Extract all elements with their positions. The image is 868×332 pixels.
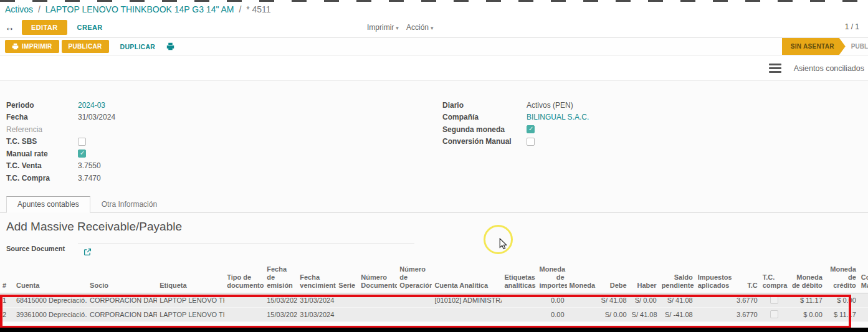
- breadcrumb-app-link[interactable]: Activos: [5, 4, 33, 14]
- col-header-serie[interactable]: Serie: [336, 265, 358, 293]
- swap-arrows-icon[interactable]: ↔: [5, 22, 14, 32]
- col-header-numero-documento[interactable]: Número Documento: [358, 265, 397, 293]
- cell-serie[interactable]: [336, 308, 358, 322]
- breadcrumb-entry: * 4511: [246, 4, 270, 14]
- col-header-debe[interactable]: Debe: [597, 265, 629, 293]
- col-header-fecha-emision[interactable]: Fecha de emisión: [264, 265, 297, 293]
- col-header-moneda-debito[interactable]: Moneda de débito: [789, 265, 825, 293]
- cell-serie[interactable]: [336, 293, 358, 308]
- col-header-moneda[interactable]: Moneda: [567, 265, 597, 293]
- cell-moneda-importes[interactable]: 0.00: [537, 308, 567, 322]
- compania-value-link[interactable]: BILINGUAL S.A.C.: [527, 113, 589, 121]
- cell-numero-documento[interactable]: [358, 308, 397, 322]
- manual-rate-checkbox[interactable]: [78, 149, 86, 158]
- action-dropdown[interactable]: Acción▾: [406, 23, 434, 32]
- tc-compra-row-checkbox[interactable]: [770, 310, 778, 318]
- table-row[interactable]: 1 68415000 Depreciació… CORPORACION DARU…: [0, 293, 868, 308]
- col-header-fecha-vencimiento[interactable]: Fecha vencimiento: [297, 265, 336, 293]
- cell-moneda[interactable]: [567, 293, 597, 308]
- cell-impuestos-aplicados[interactable]: [695, 293, 732, 308]
- external-link-icon[interactable]: [83, 248, 92, 256]
- cell-cuenta-analitica[interactable]: [432, 308, 502, 322]
- print-dropdown[interactable]: Imprimir▾: [367, 23, 399, 32]
- cell-moneda-debito[interactable]: $ 0.00: [789, 308, 825, 322]
- cell-impuestos-aplicados[interactable]: [695, 308, 732, 322]
- col-header-tc-compra[interactable]: T.C. compra: [760, 265, 789, 293]
- reconciled-entries-link[interactable]: Asientos conciliados: [794, 64, 864, 73]
- col-header-impuestos-aplicados[interactable]: Impuestos aplicados: [695, 265, 732, 293]
- cell-moneda-debito[interactable]: $ 11.17: [789, 293, 825, 308]
- col-header-num[interactable]: #: [0, 265, 14, 293]
- edit-button[interactable]: EDITAR: [22, 20, 67, 35]
- print-button[interactable]: IMPRIMIR: [5, 40, 59, 53]
- col-header-cuenta[interactable]: Cuenta: [14, 265, 87, 293]
- menu-icon[interactable]: [769, 64, 781, 73]
- cell-fecha-emision[interactable]: 15/03/2024: [264, 308, 297, 322]
- cell-etiquetas-analiticas[interactable]: [502, 293, 537, 308]
- cell-fecha-vencimiento[interactable]: 31/03/2024: [297, 293, 336, 308]
- cell-socio[interactable]: CORPORACION DARU…: [87, 293, 157, 308]
- col-header-saldo-pendiente[interactable]: Saldo pendiente: [659, 265, 695, 293]
- cell-etiqueta[interactable]: LAPTOP LENOVO THIN…: [157, 293, 224, 308]
- field-diario: Diario Activos (PEN): [442, 99, 754, 111]
- duplicate-button[interactable]: DUPLICAR: [120, 43, 156, 50]
- cell-tc[interactable]: 3.6770: [732, 308, 760, 322]
- col-header-etiqueta[interactable]: Etiqueta: [157, 265, 224, 293]
- cell-cuenta[interactable]: 68415000 Depreciació…: [14, 293, 87, 308]
- tab-apuntes-contables[interactable]: Apuntes contables: [6, 196, 90, 213]
- cell-saldo-pendiente[interactable]: S/ -41.08: [659, 308, 695, 322]
- col-header-tipo-documento[interactable]: Tipo de documento: [224, 265, 264, 293]
- cell-moneda-credito[interactable]: $ 11.17: [825, 308, 859, 322]
- cell-tipo-documento[interactable]: [224, 308, 264, 322]
- record-pager[interactable]: 1 / 1: [845, 22, 859, 31]
- cell-cuenta-analitica[interactable]: [010102] ADMINISTRA…: [432, 293, 502, 308]
- table-row[interactable]: 2 39361000 Depreciació… CORPORACION DARU…: [0, 308, 868, 322]
- periodo-value-link[interactable]: 2024-03: [78, 101, 105, 110]
- field-label: T.C. Venta: [6, 161, 78, 170]
- create-button[interactable]: CREAR: [77, 24, 103, 31]
- tc-compra-row-checkbox[interactable]: [770, 296, 778, 304]
- cell-tc-compra: [760, 293, 789, 308]
- cell-debe[interactable]: S/ 0.00: [597, 308, 629, 322]
- col-header-moneda-credito[interactable]: Moneda de crédito: [825, 265, 859, 293]
- conversion-manual-checkbox[interactable]: [527, 138, 535, 146]
- cell-cuenta[interactable]: 39361000 Depreciació…: [14, 308, 87, 322]
- cell-numero-operacion[interactable]: [397, 293, 432, 308]
- breadcrumb: Activos / LAPTOP LENOVO THINKBOOK 14P G3…: [5, 4, 271, 14]
- cell-fecha-vencimiento[interactable]: 31/03/2024: [297, 308, 336, 322]
- col-header-tc[interactable]: T.C: [732, 265, 760, 293]
- cell-moneda-importes[interactable]: 0.00: [537, 293, 567, 308]
- cell-moneda[interactable]: [567, 308, 597, 322]
- col-header-etiquetas-analiticas[interactable]: Etiquetas analíticas: [502, 265, 537, 293]
- printer-icon[interactable]: [166, 42, 174, 50]
- col-header-numero-operacion[interactable]: Número de Operación: [397, 265, 432, 293]
- col-header-socio[interactable]: Socio: [87, 265, 157, 293]
- cell-tipo-documento[interactable]: [224, 293, 264, 308]
- col-header-cuenta-analitica[interactable]: Cuenta Analítica: [432, 265, 502, 293]
- cell-numero-documento[interactable]: [358, 293, 397, 308]
- breadcrumb-record-link[interactable]: LAPTOP LENOVO THINKBOOK 14P G3 14" AM: [45, 4, 234, 14]
- cell-haber[interactable]: S/ 41.08: [629, 308, 659, 322]
- cell-etiquetas-analiticas[interactable]: [502, 308, 537, 322]
- segunda-moneda-checkbox[interactable]: [527, 125, 535, 133]
- chevron-down-icon: ▾: [431, 25, 434, 31]
- cell-debe[interactable]: S/ 41.08: [597, 293, 629, 308]
- col-header-moneda-importes[interactable]: Moneda de importes: [537, 265, 567, 293]
- publish-button[interactable]: PUBLICAR: [62, 40, 109, 53]
- col-header-conversion-manual[interactable]: Conversión Manual: [859, 265, 868, 293]
- status-badge-current[interactable]: SIN ASENTAR: [782, 38, 846, 55]
- tab-otra-informacion[interactable]: Otra Información: [90, 196, 168, 213]
- control-panel: ↔ EDITAR CREAR Imprimir▾ Acción▾ 1 / 1: [0, 17, 868, 37]
- cell-tc[interactable]: 3.6770: [732, 293, 760, 308]
- cell-fecha-emision[interactable]: 15/03/2024: [264, 293, 297, 308]
- cell-moneda-credito[interactable]: $ 0.00: [825, 293, 859, 308]
- cell-haber[interactable]: S/ 0.00: [629, 293, 659, 308]
- cell-etiqueta[interactable]: LAPTOP LENOVO THIN…: [157, 308, 224, 322]
- status-badge-next[interactable]: PUBL: [851, 43, 868, 50]
- cell-numero-operacion[interactable]: [397, 308, 432, 322]
- breadcrumb-separator: /: [236, 4, 244, 14]
- tc-sbs-checkbox[interactable]: [78, 138, 86, 146]
- col-header-haber[interactable]: Haber: [629, 265, 659, 293]
- cell-socio[interactable]: CORPORACION DARU…: [87, 308, 157, 322]
- cell-saldo-pendiente[interactable]: S/ 41.08: [659, 293, 695, 308]
